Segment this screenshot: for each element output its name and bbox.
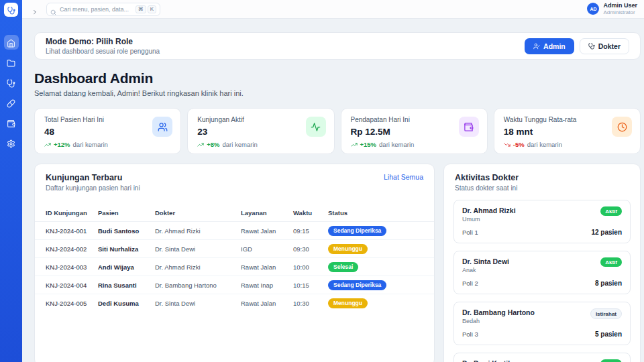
visits-title: Kunjungan Terbaru — [46, 173, 140, 182]
stat-trend-value: +8% — [207, 141, 219, 148]
content-row: Kunjungan Terbaru Daftar kunjungan pasie… — [34, 164, 641, 362]
stat-trend: +8%dari kemarin — [197, 141, 324, 148]
user-menu[interactable]: AD Admin User Administrator — [587, 2, 637, 15]
pill-icon — [7, 99, 15, 107]
table-row[interactable]: KNJ-2024-002Siti NurhalizaDr. Sinta Dewi… — [35, 240, 434, 258]
col-header-patient: Pasien — [94, 206, 151, 222]
doctor-name: Dr. Ahmad Rizki — [462, 206, 516, 215]
visits-table: ID KunjunganPasienDokterLayananWaktuStat… — [35, 206, 434, 312]
visit-doctor: Dr. Ahmad Rizki — [151, 222, 237, 240]
table-row[interactable]: KNJ-2024-003Andi WijayaDr. Ahmad RizkiRa… — [35, 258, 434, 276]
stat-trend-value: +15% — [360, 141, 377, 148]
doctor-status-badge: Aktif — [600, 257, 622, 267]
stat-trend: +12%dari kemarin — [44, 141, 171, 148]
table-row[interactable]: KNJ-2024-001Budi SantosoDr. Ahmad RizkiR… — [35, 222, 434, 240]
visit-patient: Andi Wijaya — [94, 258, 151, 276]
stat-trend: -5%dari kemarin — [504, 141, 631, 148]
visit-doctor: Dr. Bambang Hartono — [151, 276, 237, 294]
role-button-admin[interactable]: Admin — [525, 38, 574, 54]
avatar: AD — [587, 3, 599, 15]
visit-doctor: Dr. Sinta Dewi — [151, 240, 237, 258]
visit-doctor: Dr. Ahmad Rizki — [151, 258, 237, 276]
trending-up-icon — [197, 141, 204, 148]
doctors-subtitle: Status dokter saat ini — [455, 184, 519, 192]
sidebar-item-settings[interactable] — [4, 135, 19, 150]
visit-time: 09:15 — [289, 222, 324, 240]
sidebar-item-stethoscope[interactable] — [4, 75, 19, 90]
sidebar-item-home[interactable] — [4, 35, 19, 50]
kbd-cmd: ⌘ — [136, 5, 146, 13]
settings-icon — [7, 139, 15, 147]
visits-subtitle: Daftar kunjungan pasien hari ini — [46, 184, 140, 192]
visit-patient: Dedi Kusuma — [94, 294, 151, 312]
main-content: Mode Demo: Pilih Role Lihat dashboard se… — [22, 19, 644, 362]
demo-banner-subtitle: Lihat dashboard sesuai role pengguna — [46, 48, 160, 55]
doctor-name: Dr. Sinta Dewi — [462, 257, 509, 265]
doctor-specialty: Anak — [462, 267, 509, 274]
visit-time: 10:15 — [289, 276, 324, 294]
role-button-label: Admin — [543, 42, 566, 50]
visit-patient: Siti Nurhaliza — [94, 240, 151, 258]
visit-service: IGD — [237, 240, 289, 258]
doctor-patient-count: 8 pasien — [595, 280, 622, 287]
status-badge: Menunggu — [328, 298, 368, 308]
search-icon — [50, 6, 56, 12]
doctor-card[interactable]: Dr. Sinta DewiAnakAktifPoli 28 pasien — [453, 251, 631, 294]
role-button-label: Dokter — [598, 42, 621, 50]
stat-trend-suffix: dari kemarin — [527, 141, 562, 148]
doctor-status-badge: Aktif — [600, 206, 622, 216]
table-row[interactable]: KNJ-2024-004Rina SusantiDr. Bambang Hart… — [35, 276, 434, 294]
demo-mode-banner: Mode Demo: Pilih Role Lihat dashboard se… — [34, 32, 641, 60]
visit-time: 10:00 — [289, 258, 324, 276]
role-button-dokter[interactable]: Dokter — [580, 38, 629, 54]
stat-card-0: Total Pasien Hari Ini48+12%dari kemarin — [34, 108, 181, 154]
col-header-time: Waktu — [289, 206, 324, 222]
doctor-card[interactable]: Dr. Dewi KartikaKandunganAktifPoli 49 pa… — [453, 353, 631, 362]
search-input[interactable] — [56, 6, 134, 13]
stat-card-2: Pendapatan Hari IniRp 12.5M+15%dari kema… — [341, 108, 488, 154]
visit-id: KNJ-2024-005 — [35, 294, 94, 312]
doctor-specialty: Umum — [462, 216, 516, 223]
home-icon — [7, 38, 15, 47]
visit-patient: Rina Susanti — [94, 276, 151, 294]
demo-banner-title: Mode Demo: Pilih Role — [46, 37, 160, 46]
app-logo[interactable] — [0, 0, 22, 19]
sidebar-item-folder[interactable] — [4, 55, 19, 70]
col-header-service: Layanan — [237, 206, 289, 222]
kbd-k: K — [148, 5, 156, 13]
stat-trend-suffix: dari kemarin — [73, 141, 108, 148]
status-badge: Selesai — [328, 262, 358, 272]
page-title: Dashboard Admin — [34, 70, 641, 86]
user-name: Admin User — [603, 2, 637, 9]
stethoscope-icon — [7, 78, 15, 87]
visit-time: 10:30 — [289, 294, 324, 312]
sidebar — [0, 0, 22, 362]
visit-doctor: Dr. Sinta Dewi — [151, 294, 237, 312]
visit-service: Rawat Jalan — [237, 222, 289, 240]
doctor-list: Dr. Ahmad RizkiUmumAktifPoli 112 pasienD… — [444, 197, 640, 362]
stat-trend-value: -5% — [513, 141, 525, 148]
doctor-specialty: Bedah — [462, 318, 535, 324]
table-row[interactable]: KNJ-2024-005Dedi KusumaDr. Sinta DewiRaw… — [35, 294, 434, 312]
sidebar-toggle-button[interactable] — [29, 3, 41, 15]
trending-up-icon — [44, 141, 51, 148]
users-icon — [158, 122, 168, 132]
stat-card-3: Waktu Tunggu Rata-rata18 mnt-5%dari kema… — [494, 108, 641, 154]
see-all-link[interactable]: Lihat Semua — [384, 173, 423, 181]
visit-service: Rawat Jalan — [237, 294, 289, 312]
doctor-name: Dr. Dewi Kartika — [462, 359, 516, 362]
status-badge: Sedang Diperiksa — [328, 280, 386, 290]
stat-trend-suffix: dari kemarin — [223, 141, 258, 148]
col-header-doctor: Dokter — [151, 206, 237, 222]
sidebar-item-pill[interactable] — [4, 95, 19, 110]
global-search[interactable]: ⌘ K — [46, 3, 160, 16]
status-badge: Menunggu — [328, 244, 368, 254]
doctor-status-badge: Istirahat — [590, 308, 622, 319]
user-role: Administrator — [603, 9, 637, 16]
stethoscope-logo-icon — [4, 3, 18, 17]
sidebar-item-wallet[interactable] — [4, 115, 19, 130]
col-header-status: Status — [324, 206, 434, 222]
doctor-card[interactable]: Dr. Ahmad RizkiUmumAktifPoli 112 pasien — [453, 200, 631, 243]
visit-id: KNJ-2024-001 — [35, 222, 94, 240]
doctor-card[interactable]: Dr. Bambang HartonoBedahIstirahatPoli 35… — [453, 302, 631, 345]
